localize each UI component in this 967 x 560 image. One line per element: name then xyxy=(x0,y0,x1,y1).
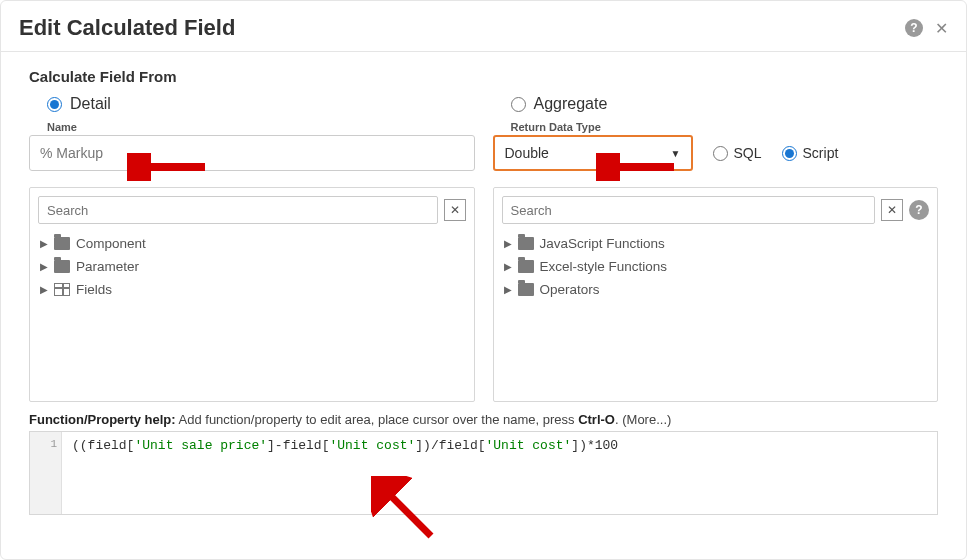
sql-radio[interactable] xyxy=(713,146,728,161)
folder-icon xyxy=(518,237,534,250)
left-search-input[interactable] xyxy=(38,196,438,224)
caret-icon: ▶ xyxy=(504,261,512,272)
tree-label: Operators xyxy=(540,282,600,297)
tree-item-operators[interactable]: ▶ Operators xyxy=(502,278,930,301)
caret-icon: ▶ xyxy=(40,284,48,295)
tree-label: Component xyxy=(76,236,146,251)
table-icon xyxy=(54,283,70,296)
tree-item-fields[interactable]: ▶ Fields xyxy=(38,278,466,301)
line-number: 1 xyxy=(50,438,57,450)
dialog-title: Edit Calculated Field xyxy=(19,15,235,41)
detail-label: Detail xyxy=(70,95,111,113)
tree-item-js-functions[interactable]: ▶ JavaScript Functions xyxy=(502,232,930,255)
detail-radio[interactable] xyxy=(47,97,62,112)
sql-label: SQL xyxy=(734,145,762,161)
section-label: Calculate Field From xyxy=(29,68,938,85)
editor-code[interactable]: ((field['Unit sale price']-field['Unit c… xyxy=(62,432,628,514)
tree-item-component[interactable]: ▶ Component xyxy=(38,232,466,255)
tree-item-excel-functions[interactable]: ▶ Excel-style Functions xyxy=(502,255,930,278)
aggregate-label: Aggregate xyxy=(534,95,608,113)
aggregate-radio[interactable] xyxy=(511,97,526,112)
clear-left-search-icon[interactable]: ✕ xyxy=(444,199,466,221)
folder-icon xyxy=(54,237,70,250)
folder-icon xyxy=(54,260,70,273)
edit-calculated-field-dialog: Edit Calculated Field ? ✕ Calculate Fiel… xyxy=(0,0,967,560)
caret-icon: ▶ xyxy=(504,284,512,295)
formula-editor[interactable]: 1 ((field['Unit sale price']-field['Unit… xyxy=(29,431,938,515)
title-bar: Edit Calculated Field ? ✕ xyxy=(1,1,966,51)
caret-icon: ▶ xyxy=(504,238,512,249)
help-prefix: Function/Property help: xyxy=(29,412,176,427)
return-type-value: Double xyxy=(505,145,549,161)
help-key: Ctrl-O xyxy=(578,412,615,427)
right-search-input[interactable] xyxy=(502,196,876,224)
editor-gutter: 1 xyxy=(30,432,62,514)
name-input[interactable] xyxy=(29,135,475,171)
return-type-select[interactable]: Double ▼ xyxy=(493,135,693,171)
folder-icon xyxy=(518,260,534,273)
help-more[interactable]: (More...) xyxy=(622,412,671,427)
left-pane: ✕ ▶ Component ▶ Parameter ▶ Fields xyxy=(29,187,475,402)
close-icon[interactable]: ✕ xyxy=(935,19,948,38)
script-radio[interactable] xyxy=(782,146,797,161)
clear-right-search-icon[interactable]: ✕ xyxy=(881,199,903,221)
caret-icon: ▶ xyxy=(40,238,48,249)
name-label: Name xyxy=(47,121,475,133)
tree-label: JavaScript Functions xyxy=(540,236,665,251)
folder-icon xyxy=(518,283,534,296)
caret-icon: ▶ xyxy=(40,261,48,272)
help-icon[interactable]: ? xyxy=(909,200,929,220)
tree-label: Fields xyxy=(76,282,112,297)
tree-label: Parameter xyxy=(76,259,139,274)
script-label: Script xyxy=(803,145,839,161)
right-pane: ✕ ? ▶ JavaScript Functions ▶ Excel-style… xyxy=(493,187,939,402)
return-type-label: Return Data Type xyxy=(511,121,939,133)
tree-label: Excel-style Functions xyxy=(540,259,668,274)
help-icon[interactable]: ? xyxy=(905,19,923,37)
tree-item-parameter[interactable]: ▶ Parameter xyxy=(38,255,466,278)
chevron-down-icon: ▼ xyxy=(671,148,681,159)
help-text: Add function/property to edit area, plac… xyxy=(179,412,575,427)
function-help-line: Function/Property help: Add function/pro… xyxy=(29,412,938,427)
